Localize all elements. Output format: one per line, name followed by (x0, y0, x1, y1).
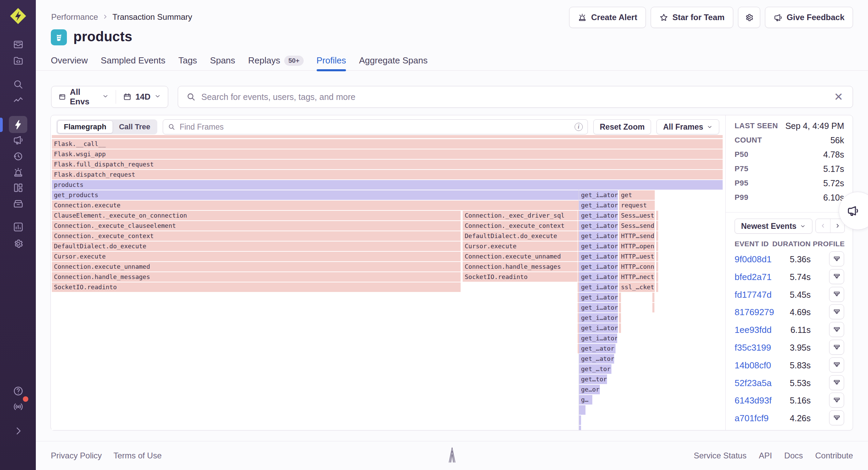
reset-zoom-button[interactable]: Reset Zoom (593, 119, 651, 134)
flame-frame-get-products[interactable]: get_products (52, 190, 579, 200)
view-profile-button[interactable] (829, 304, 844, 319)
flame-frame-defaultdialect-do-execute[interactable]: DefaultDialect.do_execute (463, 231, 577, 241)
event-id-link[interactable]: fd17747d (735, 290, 771, 300)
flame-frame-http-open[interactable]: HTTP…open (619, 241, 655, 251)
flame-frame-get-i-ator[interactable]: get_i…ator (579, 221, 618, 231)
flame-frame-defaultdialect-do-execute[interactable]: DefaultDialect.do_execute (52, 241, 461, 251)
flame-frame-ssl-cket[interactable]: ssl_…cket (619, 282, 655, 292)
footer-link-terms-of-use[interactable]: Terms of Use (113, 451, 161, 460)
tab-aggregate-spans[interactable]: Aggregate Spans (359, 55, 428, 71)
clear-search-icon[interactable]: ✕ (833, 91, 844, 102)
star-for-team-button[interactable]: Star for Team (651, 7, 733, 28)
sidebar-item-projects[interactable] (9, 52, 27, 69)
flame-frame-get-i-ator[interactable]: get_i…ator (579, 201, 618, 210)
breadcrumb-performance[interactable]: Performance (51, 12, 98, 22)
flame-frame-connection-exec-driver-sql[interactable]: Connection._exec_driver_sql (463, 211, 577, 220)
flame-frame-cursor-execute[interactable]: Cursor.execute (463, 241, 577, 251)
footer-link-docs[interactable]: Docs (784, 451, 803, 460)
sidebar-item-stats[interactable] (9, 218, 27, 235)
tab-tags[interactable]: Tags (178, 55, 197, 71)
flame-frame-http-uest[interactable]: HTTP…uest (619, 252, 655, 261)
flame-frame-get-i-ator[interactable]: get_i…ator (579, 293, 618, 302)
flame-frame-clipped[interactable] (52, 135, 723, 138)
flame-frame-get-i-ator[interactable]: get_i…ator (579, 211, 618, 220)
sidebar-item-alerts[interactable] (9, 164, 27, 181)
flame-frame-get-i-ator[interactable]: get_i…ator (579, 334, 617, 343)
flame-frame-get-i-ator[interactable]: get_i…ator (579, 303, 618, 312)
flame-frame-http-send[interactable]: HTTP…send (619, 231, 655, 241)
flame-frame[interactable] (656, 252, 658, 261)
view-profile-button[interactable] (829, 287, 844, 302)
environment-selector[interactable]: All Envs (52, 86, 116, 107)
tab-replays[interactable]: Replays50+ (248, 55, 303, 71)
flame-frame[interactable] (619, 313, 621, 323)
flame-frame-products[interactable]: products (52, 180, 723, 190)
flame-frame-ge-or[interactable]: ge…or (579, 385, 600, 394)
flame-frame-connection-execute-unnamed[interactable]: Connection.execute_unnamed (463, 252, 577, 261)
flame-frame-clauseelement-execute-on-connection[interactable]: ClauseElement._execute_on_connection (52, 211, 461, 220)
sidebar-item-search[interactable] (9, 76, 27, 93)
tab-profiles[interactable]: Profiles (317, 55, 346, 71)
event-id-link[interactable]: a701fcf9 (735, 413, 769, 424)
event-id-link[interactable]: 14b08cf0 (735, 360, 771, 371)
flame-frame-flask-full-dispatch-request[interactable]: Flask.full_dispatch_request (52, 160, 723, 169)
event-id-link[interactable]: 52f23a5a (735, 378, 771, 388)
event-id-link[interactable]: 81769279 (735, 307, 774, 318)
flame-frame-socketio-readinto[interactable]: SocketIO.readinto (52, 282, 461, 292)
flame-frame-connection-handle-messages[interactable]: Connection.handle_messages (463, 262, 577, 271)
sidebar-item-dashboards[interactable] (9, 179, 27, 196)
flame-frame-request[interactable]: request (619, 201, 655, 210)
find-frames-input[interactable] (179, 122, 570, 132)
flame-frame-connection-handle-messages[interactable]: Connection.handle_messages (52, 272, 461, 282)
sidebar-item-archive[interactable] (9, 195, 27, 212)
flame-frame[interactable] (652, 303, 654, 312)
footer-link-contribute[interactable]: Contribute (815, 451, 853, 460)
event-id-link[interactable]: 6143d93f (735, 395, 771, 406)
flame-frame[interactable] (656, 282, 658, 292)
flame-frame-get[interactable]: get (619, 190, 655, 200)
sidebar-item-broadcast[interactable] (9, 398, 27, 415)
event-id-link[interactable]: f35c3199 (735, 342, 771, 353)
sidebar-item-issues[interactable] (9, 36, 27, 53)
events-sort-dropdown[interactable]: Newest Events (735, 219, 812, 234)
view-profile-button[interactable] (829, 340, 844, 355)
previous-page-button[interactable] (816, 219, 830, 233)
flame-frame-get-i-ator[interactable]: get_i…ator (579, 272, 618, 282)
all-frames-dropdown[interactable]: All Frames (656, 119, 719, 134)
view-profile-button[interactable] (829, 357, 844, 372)
tab-sampled-events[interactable]: Sampled Events (101, 55, 165, 71)
flame-frame-get-tor[interactable]: get…tor (579, 374, 607, 384)
flame-frame[interactable] (619, 303, 621, 312)
flame-frame-get-i-ator[interactable]: get_i…ator (579, 241, 618, 251)
flame-frame[interactable] (656, 262, 658, 271)
flame-frame[interactable] (656, 211, 658, 220)
flame-frame-connection-execute-context[interactable]: Connection._execute_context (52, 231, 461, 241)
view-profile-button[interactable] (829, 269, 844, 284)
flame-frame-connection-execute-clauseelement[interactable]: Connection._execute_clauseelement (52, 221, 461, 231)
footer-link-service-status[interactable]: Service Status (694, 451, 747, 460)
sidebar-item-performance[interactable] (9, 92, 27, 109)
event-id-link[interactable]: bfed2a71 (735, 272, 771, 282)
sidebar-item-releases[interactable] (9, 131, 27, 148)
flame-frame-get-i-ator[interactable]: get_i…ator (579, 190, 618, 200)
tab-spans[interactable]: Spans (210, 55, 235, 71)
search-input[interactable] (201, 92, 827, 102)
flamegraph-view-button[interactable]: Flamegraph (57, 120, 113, 133)
flame-frame-socketio-readinto[interactable]: SocketIO.readinto (463, 272, 577, 282)
sidebar-item-history[interactable] (9, 148, 27, 165)
flame-frame-cursor-execute[interactable]: Cursor.execute (52, 252, 461, 261)
sidebar-item-settings[interactable] (9, 235, 27, 252)
flame-frame-get-i-ator[interactable]: get_i…ator (579, 252, 618, 261)
flame-frame-get-tor[interactable]: get_…tor (579, 364, 611, 374)
flame-frame-sess-uest[interactable]: Sess…uest (619, 211, 655, 220)
view-profile-button[interactable] (829, 410, 844, 425)
flame-frame-flask-wsgi-app[interactable]: Flask.wsgi_app (52, 149, 723, 159)
call-tree-view-button[interactable]: Call Tree (113, 120, 157, 133)
view-profile-button[interactable] (829, 251, 844, 266)
info-icon[interactable]: i (575, 123, 583, 131)
flame-frame[interactable] (656, 241, 658, 251)
flame-frame-get-i-ator[interactable]: get_i…ator (579, 313, 618, 323)
flame-frame-connection-execute[interactable]: Connection.execute (52, 201, 579, 210)
sidebar-item-collapse[interactable] (9, 422, 27, 439)
flame-frame[interactable] (579, 415, 581, 425)
